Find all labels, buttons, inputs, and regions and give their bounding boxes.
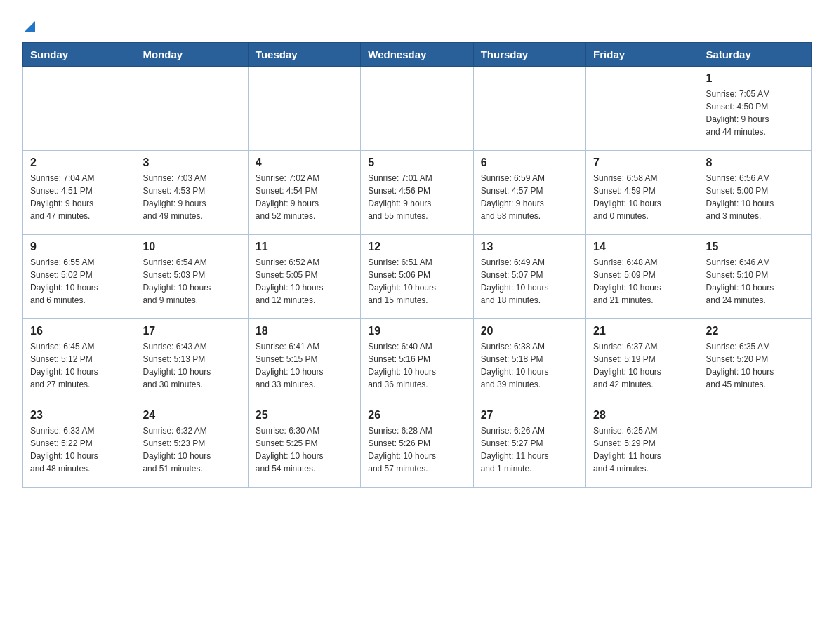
header	[22, 17, 812, 34]
day-number: 12	[368, 241, 465, 253]
svg-marker-0	[24, 21, 35, 32]
day-cell	[699, 403, 811, 488]
day-cell: 23Sunrise: 6:33 AM Sunset: 5:22 PM Dayli…	[23, 403, 135, 488]
day-cell	[135, 67, 248, 151]
day-number: 18	[256, 325, 353, 337]
day-info: Sunrise: 6:51 AM Sunset: 5:06 PM Dayligh…	[368, 256, 465, 307]
day-number: 4	[256, 156, 353, 169]
day-info: Sunrise: 6:58 AM Sunset: 4:59 PM Dayligh…	[593, 172, 691, 222]
day-cell	[473, 67, 585, 151]
day-info: Sunrise: 7:02 AM Sunset: 4:54 PM Dayligh…	[256, 172, 353, 222]
weekday-header-friday: Friday	[586, 43, 699, 67]
day-number: 7	[593, 156, 691, 169]
day-cell: 7Sunrise: 6:58 AM Sunset: 4:59 PM Daylig…	[586, 151, 699, 235]
day-cell: 6Sunrise: 6:59 AM Sunset: 4:57 PM Daylig…	[473, 151, 585, 235]
day-number: 10	[143, 241, 240, 253]
day-cell: 13Sunrise: 6:49 AM Sunset: 5:07 PM Dayli…	[473, 235, 585, 319]
week-row-3: 9Sunrise: 6:55 AM Sunset: 5:02 PM Daylig…	[23, 235, 812, 319]
day-cell: 5Sunrise: 7:01 AM Sunset: 4:56 PM Daylig…	[361, 151, 473, 235]
day-number: 28	[593, 409, 691, 422]
day-number: 25	[256, 409, 353, 422]
day-info: Sunrise: 6:49 AM Sunset: 5:07 PM Dayligh…	[481, 256, 578, 307]
day-number: 27	[481, 409, 578, 422]
day-cell: 22Sunrise: 6:35 AM Sunset: 5:20 PM Dayli…	[699, 319, 811, 403]
day-cell: 27Sunrise: 6:26 AM Sunset: 5:27 PM Dayli…	[473, 403, 585, 488]
day-cell: 16Sunrise: 6:45 AM Sunset: 5:12 PM Dayli…	[23, 319, 135, 403]
day-cell: 10Sunrise: 6:54 AM Sunset: 5:03 PM Dayli…	[135, 235, 248, 319]
day-cell	[248, 67, 360, 151]
day-cell: 21Sunrise: 6:37 AM Sunset: 5:19 PM Dayli…	[586, 319, 699, 403]
week-row-4: 16Sunrise: 6:45 AM Sunset: 5:12 PM Dayli…	[23, 319, 812, 403]
day-number: 23	[30, 409, 128, 422]
day-number: 5	[368, 156, 465, 169]
day-cell: 28Sunrise: 6:25 AM Sunset: 5:29 PM Dayli…	[586, 403, 699, 488]
day-number: 8	[706, 156, 804, 169]
weekday-header-monday: Monday	[135, 43, 248, 67]
day-info: Sunrise: 6:41 AM Sunset: 5:15 PM Dayligh…	[256, 340, 353, 391]
day-info: Sunrise: 6:48 AM Sunset: 5:09 PM Dayligh…	[593, 256, 691, 307]
logo	[22, 17, 37, 34]
weekday-header-thursday: Thursday	[473, 43, 585, 67]
day-cell: 18Sunrise: 6:41 AM Sunset: 5:15 PM Dayli…	[248, 319, 360, 403]
day-number: 22	[706, 325, 804, 337]
day-cell: 11Sunrise: 6:52 AM Sunset: 5:05 PM Dayli…	[248, 235, 360, 319]
weekday-header-row: SundayMondayTuesdayWednesdayThursdayFrid…	[23, 43, 812, 67]
day-info: Sunrise: 6:33 AM Sunset: 5:22 PM Dayligh…	[30, 424, 128, 475]
day-info: Sunrise: 6:59 AM Sunset: 4:57 PM Dayligh…	[481, 172, 578, 222]
day-number: 6	[481, 156, 578, 169]
day-cell: 3Sunrise: 7:03 AM Sunset: 4:53 PM Daylig…	[135, 151, 248, 235]
day-number: 1	[706, 72, 804, 85]
day-number: 24	[143, 409, 240, 422]
day-cell: 25Sunrise: 6:30 AM Sunset: 5:25 PM Dayli…	[248, 403, 360, 488]
week-row-1: 1Sunrise: 7:05 AM Sunset: 4:50 PM Daylig…	[23, 67, 812, 151]
day-number: 13	[481, 241, 578, 253]
day-info: Sunrise: 6:52 AM Sunset: 5:05 PM Dayligh…	[256, 256, 353, 307]
day-info: Sunrise: 7:05 AM Sunset: 4:50 PM Dayligh…	[706, 88, 804, 138]
day-info: Sunrise: 6:26 AM Sunset: 5:27 PM Dayligh…	[481, 424, 578, 475]
day-cell: 12Sunrise: 6:51 AM Sunset: 5:06 PM Dayli…	[361, 235, 473, 319]
day-info: Sunrise: 6:40 AM Sunset: 5:16 PM Dayligh…	[368, 340, 465, 391]
day-number: 2	[30, 156, 128, 169]
day-info: Sunrise: 6:43 AM Sunset: 5:13 PM Dayligh…	[143, 340, 240, 391]
day-info: Sunrise: 6:28 AM Sunset: 5:26 PM Dayligh…	[368, 424, 465, 475]
week-row-2: 2Sunrise: 7:04 AM Sunset: 4:51 PM Daylig…	[23, 151, 812, 235]
day-cell: 15Sunrise: 6:46 AM Sunset: 5:10 PM Dayli…	[699, 235, 811, 319]
day-cell	[361, 67, 473, 151]
day-info: Sunrise: 6:38 AM Sunset: 5:18 PM Dayligh…	[481, 340, 578, 391]
day-info: Sunrise: 6:32 AM Sunset: 5:23 PM Dayligh…	[143, 424, 240, 475]
day-info: Sunrise: 6:35 AM Sunset: 5:20 PM Dayligh…	[706, 340, 804, 391]
day-cell: 9Sunrise: 6:55 AM Sunset: 5:02 PM Daylig…	[23, 235, 135, 319]
day-cell: 26Sunrise: 6:28 AM Sunset: 5:26 PM Dayli…	[361, 403, 473, 488]
week-row-5: 23Sunrise: 6:33 AM Sunset: 5:22 PM Dayli…	[23, 403, 812, 488]
day-info: Sunrise: 6:37 AM Sunset: 5:19 PM Dayligh…	[593, 340, 691, 391]
day-cell	[23, 67, 135, 151]
calendar: SundayMondayTuesdayWednesdayThursdayFrid…	[22, 42, 812, 488]
day-info: Sunrise: 6:55 AM Sunset: 5:02 PM Dayligh…	[30, 256, 128, 307]
day-cell: 4Sunrise: 7:02 AM Sunset: 4:54 PM Daylig…	[248, 151, 360, 235]
day-cell: 14Sunrise: 6:48 AM Sunset: 5:09 PM Dayli…	[586, 235, 699, 319]
day-number: 14	[593, 241, 691, 253]
day-number: 19	[368, 325, 465, 337]
logo-triangle-icon	[22, 20, 35, 34]
day-number: 3	[143, 156, 240, 169]
weekday-header-sunday: Sunday	[23, 43, 135, 67]
day-number: 17	[143, 325, 240, 337]
day-cell: 19Sunrise: 6:40 AM Sunset: 5:16 PM Dayli…	[361, 319, 473, 403]
day-number: 11	[256, 241, 353, 253]
day-number: 15	[706, 241, 804, 253]
weekday-header-saturday: Saturday	[699, 43, 811, 67]
day-info: Sunrise: 6:45 AM Sunset: 5:12 PM Dayligh…	[30, 340, 128, 391]
day-info: Sunrise: 6:25 AM Sunset: 5:29 PM Dayligh…	[593, 424, 691, 475]
day-number: 26	[368, 409, 465, 422]
day-number: 9	[30, 241, 128, 253]
weekday-header-wednesday: Wednesday	[361, 43, 473, 67]
day-cell: 20Sunrise: 6:38 AM Sunset: 5:18 PM Dayli…	[473, 319, 585, 403]
day-cell: 17Sunrise: 6:43 AM Sunset: 5:13 PM Dayli…	[135, 319, 248, 403]
day-cell: 8Sunrise: 6:56 AM Sunset: 5:00 PM Daylig…	[699, 151, 811, 235]
day-info: Sunrise: 7:01 AM Sunset: 4:56 PM Dayligh…	[368, 172, 465, 222]
day-number: 21	[593, 325, 691, 337]
day-number: 16	[30, 325, 128, 337]
day-cell: 1Sunrise: 7:05 AM Sunset: 4:50 PM Daylig…	[699, 67, 811, 151]
day-cell: 24Sunrise: 6:32 AM Sunset: 5:23 PM Dayli…	[135, 403, 248, 488]
day-info: Sunrise: 6:54 AM Sunset: 5:03 PM Dayligh…	[143, 256, 240, 307]
